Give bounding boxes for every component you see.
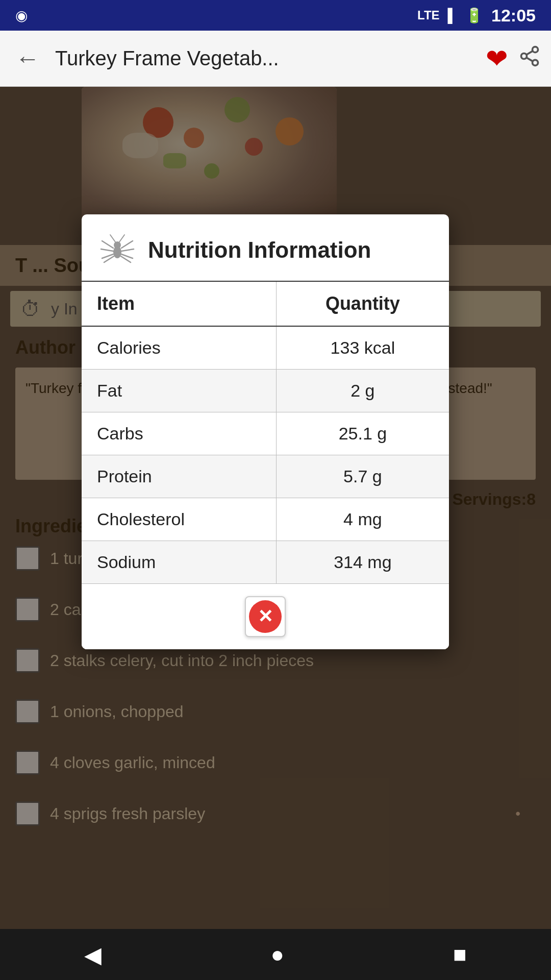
modal-header: Nutrition Information <box>82 214 449 282</box>
nutrition-item-name: Protein <box>82 455 276 498</box>
nutrition-item-quantity: 5.7 g <box>276 455 449 498</box>
svg-line-7 <box>102 241 113 248</box>
nutrition-item-name: Carbs <box>82 412 276 455</box>
table-row: Fat2 g <box>82 370 449 412</box>
table-header-row: Item Quantity <box>82 282 449 326</box>
status-right: LTE ▌ 🔋 12:05 <box>417 6 536 26</box>
share-button[interactable] <box>518 45 541 72</box>
table-row: Sodium314 mg <box>82 541 449 584</box>
status-bar: ◉ LTE ▌ 🔋 12:05 <box>0 0 551 31</box>
svg-line-3 <box>527 57 533 61</box>
status-left: ◉ <box>15 7 28 24</box>
favorite-button[interactable]: ❤ <box>486 43 508 74</box>
nav-back-button[interactable]: ◀ <box>84 942 102 968</box>
svg-point-2 <box>533 60 538 65</box>
nutrition-item-name: Sodium <box>82 541 276 584</box>
svg-point-6 <box>114 241 121 249</box>
signal-icon: ▌ <box>448 8 457 23</box>
nutrition-icon <box>97 230 138 271</box>
nutrition-table: Item Quantity Calories133 kcalFat2 gCarb… <box>82 282 449 584</box>
svg-point-0 <box>533 46 538 52</box>
table-row: Cholesterol4 mg <box>82 498 449 541</box>
lte-icon: LTE <box>417 8 440 22</box>
svg-line-4 <box>527 51 533 54</box>
nutrition-item-name: Cholesterol <box>82 498 276 541</box>
bottom-nav: ◀ ● ■ <box>0 929 551 980</box>
svg-point-1 <box>521 53 527 59</box>
clock: 12:05 <box>491 6 536 26</box>
nav-home-button[interactable]: ● <box>270 942 284 967</box>
battery-icon: 🔋 <box>465 7 483 24</box>
svg-line-11 <box>121 241 133 248</box>
nutrition-item-quantity: 314 mg <box>276 541 449 584</box>
nutrition-item-name: Fat <box>82 370 276 412</box>
svg-line-15 <box>110 235 115 242</box>
back-button[interactable]: ← <box>10 39 45 78</box>
close-x-icon: ✕ <box>249 600 282 633</box>
nutrition-item-quantity: 2 g <box>276 370 449 412</box>
svg-line-8 <box>101 249 113 251</box>
modal-title: Nutrition Information <box>148 237 371 263</box>
modal-footer: ✕ <box>82 584 449 649</box>
top-bar: ← Turkey Frame Vegetab... ❤ <box>0 31 551 87</box>
nutrition-item-quantity: 25.1 g <box>276 412 449 455</box>
close-button[interactable]: ✕ <box>245 596 286 637</box>
nutrition-item-quantity: 4 mg <box>276 498 449 541</box>
nav-recent-button[interactable]: ■ <box>453 942 467 967</box>
column-header-quantity: Quantity <box>276 282 449 326</box>
table-row: Calories133 kcal <box>82 326 449 370</box>
nutrition-item-name: Calories <box>82 326 276 370</box>
nutrition-modal: Nutrition Information Item Quantity Calo… <box>82 214 449 649</box>
column-header-item: Item <box>82 282 276 326</box>
nutrition-item-quantity: 133 kcal <box>276 326 449 370</box>
svg-line-12 <box>121 249 134 251</box>
page-title: Turkey Frame Vegetab... <box>55 47 475 70</box>
svg-line-16 <box>119 235 124 242</box>
wifi-icon: ◉ <box>15 7 28 24</box>
close-x-label: ✕ <box>258 606 273 627</box>
table-row: Protein5.7 g <box>82 455 449 498</box>
table-row: Carbs25.1 g <box>82 412 449 455</box>
